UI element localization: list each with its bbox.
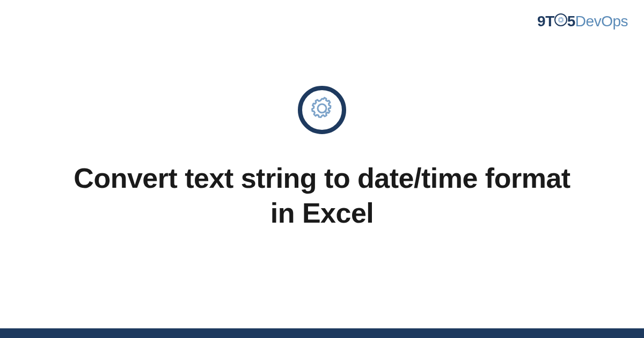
gear-icon — [308, 94, 336, 126]
logo-text-part3: DevOps — [575, 13, 628, 30]
svg-point-3 — [324, 111, 326, 113]
logo-gear-icon — [554, 13, 567, 30]
logo-text-part2: 5 — [567, 13, 575, 30]
svg-point-1 — [559, 18, 562, 21]
logo-text-part1: 9T — [537, 13, 554, 30]
page-title: Convert text string to date/time format … — [64, 161, 580, 231]
footer-bar — [0, 328, 644, 338]
icon-circle — [298, 86, 346, 134]
main-content: Convert text string to date/time format … — [0, 0, 644, 338]
site-logo: 9T5DevOps — [537, 13, 628, 31]
